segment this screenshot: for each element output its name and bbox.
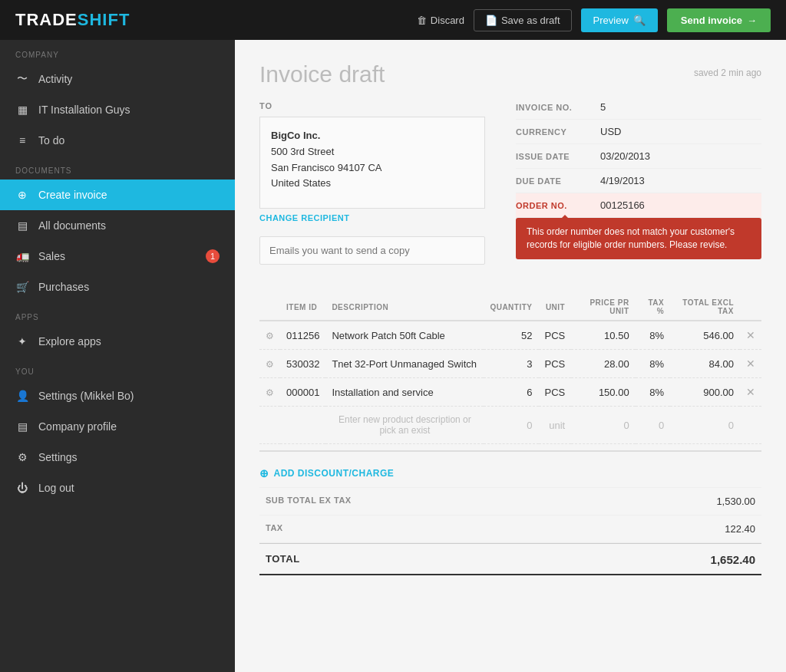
tax-value: 122.40 [725, 523, 755, 535]
row-gear-icon[interactable]: ⚙ [266, 331, 274, 341]
email-copy-input[interactable] [259, 236, 485, 265]
item-unit-3: PCS [539, 378, 572, 407]
change-recipient-link[interactable]: CHANGE RECIPIENT [259, 213, 485, 222]
sidebar-item-logout[interactable]: ⏻ Log out [0, 473, 235, 503]
col-quantity: QUANTITY [484, 294, 538, 321]
totals-rows: SUB TOTAL EX TAX 1,530.00 TAX 122.40 TOT… [259, 488, 761, 575]
sidebar-item-activity[interactable]: 〜 Activity [0, 64, 235, 94]
section-you-label: YOU [0, 357, 235, 380]
col-price: PRICE PR UNIT [571, 294, 635, 321]
currency-value[interactable]: USD [600, 126, 761, 137]
explore-icon: ✦ [15, 334, 29, 348]
delete-row-2-icon[interactable]: ✕ [746, 357, 755, 370]
company-icon: ▤ [15, 420, 29, 433]
subtotal-value: 1,530.00 [716, 496, 755, 507]
delete-row-3-icon[interactable]: ✕ [746, 386, 755, 398]
issue-date-value[interactable]: 03/20/2013 [600, 150, 761, 162]
table-row: ⚙ 000001 Installation and service 6 PCS … [259, 378, 761, 407]
sidebar-item-label: Company profile [38, 420, 117, 433]
item-id-2: 530032 [280, 350, 325, 378]
item-id-1: 011256 [280, 321, 325, 350]
due-date-value[interactable]: 4/19/2013 [600, 175, 761, 186]
items-table: ITEM ID DESCRIPTION QUANTITY UNIT PRICE … [259, 294, 761, 444]
item-desc-2[interactable]: Tnet 32-Port Unmanaged Switch [325, 350, 484, 378]
item-total-1: 546.00 [670, 321, 740, 350]
sidebar-item-create-invoice[interactable]: ⊕ Create invoice [0, 180, 235, 210]
invoice-no-value[interactable]: 5 [600, 101, 761, 113]
sidebar-item-purchases[interactable]: 🛒 Purchases [0, 272, 235, 302]
sidebar-item-company-profile[interactable]: ▤ Company profile [0, 411, 235, 442]
new-item-price: 0 [571, 407, 635, 444]
sidebar-item-label: All documents [38, 219, 106, 232]
recipient-street: 500 3rd Street [271, 146, 334, 157]
recipient-city: San Francisco 94107 CA [271, 162, 382, 173]
row-gear-icon[interactable]: ⚙ [266, 387, 274, 398]
sidebar-item-label: Settings [38, 451, 78, 463]
sales-badge: 1 [206, 249, 220, 263]
delete-row-1-icon[interactable]: ✕ [746, 329, 755, 341]
item-id-3: 000001 [280, 378, 325, 407]
preview-button[interactable]: Preview 🔍 [581, 8, 658, 32]
discard-button[interactable]: 🗑 Discard [417, 15, 464, 26]
item-total-3: 900.00 [670, 378, 740, 407]
new-item-tax: 0 [636, 407, 671, 444]
subtotal-row: SUB TOTAL EX TAX 1,530.00 [259, 488, 761, 516]
new-item-unit: unit [539, 407, 572, 444]
error-message: This order number does not match your cu… [527, 226, 735, 250]
sidebar-item-label: Explore apps [38, 335, 101, 348]
row-gear-icon[interactable]: ⚙ [266, 359, 274, 370]
discount-icon: ⊕ [259, 467, 269, 479]
item-desc-3[interactable]: Installation and service [325, 378, 484, 407]
col-delete [740, 294, 761, 321]
sidebar-item-label: To do [38, 134, 64, 147]
add-discount-button[interactable]: ⊕ ADD DISCOUNT/CHARGE [259, 460, 761, 488]
item-price-2[interactable]: 28.00 [571, 350, 635, 378]
col-description: DESCRIPTION [325, 294, 484, 321]
item-desc-1[interactable]: Network Patch 50ft Cable [325, 321, 484, 350]
logo-shift: SHIFT [78, 10, 130, 30]
sidebar-item-settings-user[interactable]: 👤 Settings (Mikkel Bo) [0, 380, 235, 411]
col-item-id: ITEM ID [280, 294, 325, 321]
item-tax-2[interactable]: 8% [636, 350, 671, 378]
item-qty-2[interactable]: 3 [484, 350, 538, 378]
order-no-value[interactable]: 00125166 [600, 199, 761, 211]
col-unit: UNIT [539, 294, 572, 321]
subtotal-label: SUB TOTAL EX TAX [266, 496, 352, 507]
invoice-no-row: INVOICE NO. 5 [516, 101, 761, 120]
grand-total-label: TOTAL [266, 553, 300, 566]
due-date-label: DUE DATE [516, 176, 600, 186]
sidebar-item-settings[interactable]: ⚙ Settings [0, 442, 235, 473]
item-price-1[interactable]: 10.50 [571, 321, 635, 350]
grid-icon: ▦ [15, 103, 29, 117]
grand-total-row: TOTAL 1,652.40 [259, 543, 761, 575]
item-price-3[interactable]: 150.00 [571, 378, 635, 407]
sidebar-item-label: IT Installation Guys [38, 104, 130, 116]
sidebar-item-explore-apps[interactable]: ✦ Explore apps [0, 326, 235, 357]
new-item-placeholder[interactable]: Enter new product description or pick an… [325, 407, 484, 444]
send-invoice-button[interactable]: Send invoice → [667, 8, 771, 32]
item-qty-3[interactable]: 6 [484, 378, 538, 407]
item-unit-2: PCS [539, 350, 572, 378]
logo-trade: TRADE [15, 10, 78, 30]
main-layout: COMPANY 〜 Activity ▦ IT Installation Guy… [0, 40, 786, 672]
invoice-details: INVOICE NO. 5 CURRENCY USD ISSUE DATE 03… [516, 101, 761, 278]
section-company-label: COMPANY [0, 40, 235, 64]
sidebar-item-todo[interactable]: ≡ To do [0, 125, 235, 156]
new-item-qty: 0 [484, 407, 538, 444]
email-copy-row [259, 236, 485, 265]
recipient-company: BigCo Inc. [271, 130, 320, 141]
item-tax-1[interactable]: 8% [636, 321, 671, 350]
order-no-error-tooltip: This order number does not match your cu… [516, 218, 761, 259]
sidebar-item-all-documents[interactable]: ▤ All documents [0, 210, 235, 241]
sidebar-item-label: Purchases [38, 281, 89, 293]
content-area: Invoice draft saved 2 min ago TO BigCo I… [235, 40, 786, 672]
new-item-total: 0 [670, 407, 740, 444]
item-tax-3[interactable]: 8% [636, 378, 671, 407]
sidebar-item-it-installation[interactable]: ▦ IT Installation Guys [0, 94, 235, 125]
sidebar-item-sales[interactable]: 🚛 Sales 1 [0, 241, 235, 272]
topbar: TRADESHIFT 🗑 Discard 📄 Save as draft Pre… [0, 0, 786, 40]
save-draft-button[interactable]: 📄 Save as draft [474, 9, 572, 31]
item-qty-1[interactable]: 52 [484, 321, 538, 350]
new-item-row[interactable]: Enter new product description or pick an… [259, 407, 761, 444]
tax-row: TAX 122.40 [259, 516, 761, 543]
